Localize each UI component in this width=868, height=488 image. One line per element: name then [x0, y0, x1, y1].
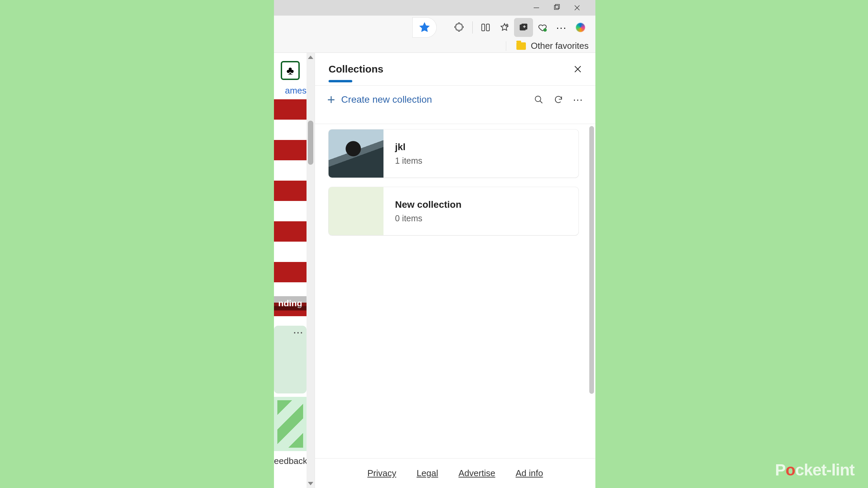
collection-meta: New collection 0 items: [383, 199, 461, 223]
collection-thumb: [329, 187, 383, 235]
collection-item-new[interactable]: New collection 0 items: [329, 187, 578, 235]
svg-rect-5: [482, 24, 485, 31]
watermark: Pocket-lint: [775, 461, 854, 479]
browser-window: ··· Other favorites ames nding: [274, 0, 595, 488]
content-area: ames nding ··· eedback Collections: [274, 53, 595, 488]
collections-footer: Privacy Legal Advertise Ad info: [315, 458, 595, 488]
watermark-o: o: [786, 461, 795, 479]
maximize-button[interactable]: [551, 2, 562, 13]
collection-thumb: [329, 129, 383, 178]
collections-scrollbar[interactable]: [589, 126, 594, 394]
collections-title: Collections: [329, 63, 383, 75]
collections-panel: Collections + Create new collection: [315, 53, 595, 488]
minimize-button[interactable]: [531, 2, 542, 13]
refresh-icon: [554, 95, 563, 104]
favorite-star-icon: [419, 22, 430, 33]
watermark-text: P: [775, 461, 786, 479]
heart-pulse-icon: [537, 22, 548, 33]
scroll-up-icon[interactable]: [308, 56, 313, 59]
more-collections-button[interactable]: ···: [572, 94, 584, 105]
svg-rect-6: [487, 24, 490, 31]
ellipsis-icon: ···: [556, 22, 567, 33]
svg-line-17: [540, 101, 542, 103]
footer-privacy-link[interactable]: Privacy: [367, 468, 396, 479]
page-scrollbar[interactable]: [307, 53, 315, 488]
collection-item-jkl[interactable]: jkl 1 items: [329, 129, 578, 178]
scroll-down-icon[interactable]: [308, 482, 313, 485]
collection-name: jkl: [395, 142, 422, 152]
footer-legal-link[interactable]: Legal: [417, 468, 438, 479]
webpage-content: ames nding ··· eedback: [274, 53, 307, 488]
favorites-separator: [506, 41, 506, 51]
toolbar-separator: [472, 21, 473, 34]
games-tile[interactable]: ames: [274, 56, 307, 98]
favorites-button[interactable]: [495, 18, 514, 37]
browser-essentials-button[interactable]: [533, 18, 552, 37]
extensions-button[interactable]: [450, 18, 469, 37]
more-menu-button[interactable]: ···: [552, 18, 571, 37]
copilot-button[interactable]: [571, 18, 590, 37]
split-screen-button[interactable]: [476, 18, 495, 37]
browser-toolbar: ···: [274, 16, 595, 39]
favorites-bar: Other favorites: [274, 39, 595, 53]
scroll-thumb[interactable]: [308, 121, 313, 165]
puzzle-icon: [454, 22, 465, 33]
watermark-text2: cket-lint: [795, 461, 854, 479]
feedback-link[interactable]: eedback: [274, 456, 307, 466]
svg-point-16: [535, 96, 541, 102]
footer-advertise-link[interactable]: Advertise: [458, 468, 495, 479]
svg-rect-2: [555, 4, 559, 8]
collection-meta: jkl 1 items: [383, 142, 422, 166]
other-favorites-label: Other favorites: [531, 41, 589, 51]
trending-tile[interactable]: nding: [274, 98, 307, 318]
ellipsis-icon: ···: [573, 94, 583, 105]
star-plus-icon: [499, 22, 510, 33]
search-collections-button[interactable]: [533, 94, 545, 105]
collections-list: jkl 1 items New collection 0 items: [315, 124, 595, 458]
svg-point-13: [544, 28, 547, 32]
copilot-icon: [574, 21, 587, 34]
folder-icon: [516, 42, 526, 50]
window-controls: [274, 0, 595, 16]
collection-count: 1 items: [395, 156, 422, 166]
create-collection-label: Create new collection: [341, 94, 432, 105]
footer-adinfo-link[interactable]: Ad info: [516, 468, 543, 479]
svg-rect-1: [554, 5, 558, 9]
map-tile[interactable]: [274, 397, 307, 451]
collections-action-icons: ···: [533, 94, 584, 105]
card-ellipsis[interactable]: ···: [293, 329, 303, 335]
collections-header: Collections: [315, 53, 595, 75]
collection-name: New collection: [395, 199, 461, 210]
games-link[interactable]: ames: [285, 85, 307, 96]
close-window-button[interactable]: [572, 2, 583, 13]
split-screen-icon: [480, 22, 491, 33]
refresh-collections-button[interactable]: [553, 94, 564, 105]
us-flag-thumb: nding: [274, 99, 307, 316]
feed-card[interactable]: ···: [274, 326, 307, 393]
collection-count: 0 items: [395, 214, 461, 223]
trending-label: nding: [274, 296, 307, 311]
close-panel-button[interactable]: [572, 63, 584, 75]
create-collection-button[interactable]: + Create new collection: [327, 94, 432, 105]
collections-actions: + Create new collection: [315, 86, 595, 114]
plus-icon: +: [327, 96, 335, 103]
other-favorites-folder[interactable]: Other favorites: [516, 41, 589, 51]
address-bar-tail[interactable]: [413, 18, 436, 37]
close-icon: [573, 65, 582, 74]
card-games-thumb: [274, 57, 307, 84]
collections-icon: [518, 22, 529, 33]
collections-button[interactable]: [514, 18, 533, 37]
search-icon: [534, 95, 544, 104]
